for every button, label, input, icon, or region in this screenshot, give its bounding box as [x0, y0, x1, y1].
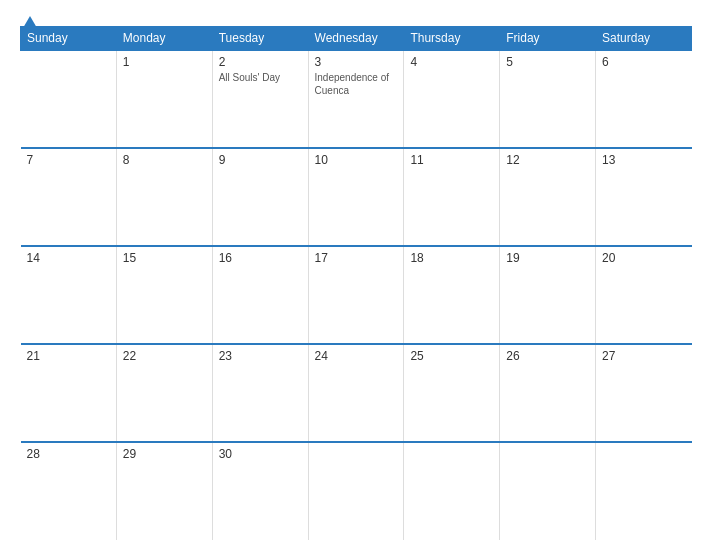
calendar-cell: 16	[212, 246, 308, 344]
calendar-cell: 12	[500, 148, 596, 246]
calendar-cell: 20	[596, 246, 692, 344]
calendar-cell: 15	[116, 246, 212, 344]
cell-date: 23	[219, 349, 302, 363]
calendar-cell	[21, 50, 117, 148]
cell-date: 12	[506, 153, 589, 167]
cell-date: 9	[219, 153, 302, 167]
cell-date: 25	[410, 349, 493, 363]
cell-date: 24	[315, 349, 398, 363]
calendar-cell	[500, 442, 596, 540]
calendar-cell: 10	[308, 148, 404, 246]
calendar-cell: 24	[308, 344, 404, 442]
cell-date: 16	[219, 251, 302, 265]
calendar-cell: 4	[404, 50, 500, 148]
cell-date: 1	[123, 55, 206, 69]
calendar-cell: 18	[404, 246, 500, 344]
cell-date: 6	[602, 55, 685, 69]
cell-date: 18	[410, 251, 493, 265]
calendar-day-header: Tuesday	[212, 27, 308, 51]
calendar-day-header: Saturday	[596, 27, 692, 51]
calendar-cell: 29	[116, 442, 212, 540]
cell-date: 26	[506, 349, 589, 363]
calendar-cell: 26	[500, 344, 596, 442]
calendar-cell: 27	[596, 344, 692, 442]
cell-date: 28	[27, 447, 110, 461]
cell-date: 11	[410, 153, 493, 167]
calendar-cell	[404, 442, 500, 540]
cell-date: 19	[506, 251, 589, 265]
calendar-week-row: 78910111213	[21, 148, 692, 246]
calendar-cell: 5	[500, 50, 596, 148]
calendar-cell: 23	[212, 344, 308, 442]
calendar-cell: 11	[404, 148, 500, 246]
cell-date: 27	[602, 349, 685, 363]
calendar-cell: 30	[212, 442, 308, 540]
cell-date: 29	[123, 447, 206, 461]
calendar-cell: 3Independence of Cuenca	[308, 50, 404, 148]
cell-date: 3	[315, 55, 398, 69]
cell-date: 2	[219, 55, 302, 69]
calendar-cell: 22	[116, 344, 212, 442]
cell-date: 10	[315, 153, 398, 167]
calendar-day-header: Sunday	[21, 27, 117, 51]
calendar-cell: 1	[116, 50, 212, 148]
calendar-day-header: Monday	[116, 27, 212, 51]
calendar-cell	[308, 442, 404, 540]
calendar-week-row: 21222324252627	[21, 344, 692, 442]
cell-date: 22	[123, 349, 206, 363]
calendar-cell: 14	[21, 246, 117, 344]
cell-event: Independence of Cuenca	[315, 71, 398, 97]
cell-date: 15	[123, 251, 206, 265]
calendar-cell: 13	[596, 148, 692, 246]
calendar-cell: 9	[212, 148, 308, 246]
calendar-week-row: 14151617181920	[21, 246, 692, 344]
calendar-week-row: 282930	[21, 442, 692, 540]
page: SundayMondayTuesdayWednesdayThursdayFrid…	[0, 0, 712, 550]
calendar-cell: 6	[596, 50, 692, 148]
calendar-cell: 17	[308, 246, 404, 344]
cell-date: 14	[27, 251, 110, 265]
calendar-header-row: SundayMondayTuesdayWednesdayThursdayFrid…	[21, 27, 692, 51]
logo-triangle-icon	[23, 16, 37, 28]
logo	[20, 16, 37, 29]
cell-event: All Souls' Day	[219, 71, 302, 84]
cell-date: 21	[27, 349, 110, 363]
cell-date: 30	[219, 447, 302, 461]
calendar-cell: 19	[500, 246, 596, 344]
cell-date: 5	[506, 55, 589, 69]
calendar-cell: 7	[21, 148, 117, 246]
calendar-cell	[596, 442, 692, 540]
cell-date: 7	[27, 153, 110, 167]
cell-date: 13	[602, 153, 685, 167]
calendar-cell: 28	[21, 442, 117, 540]
cell-date: 4	[410, 55, 493, 69]
calendar-day-header: Thursday	[404, 27, 500, 51]
calendar-cell: 8	[116, 148, 212, 246]
logo-blue-text	[20, 16, 37, 29]
cell-date: 8	[123, 153, 206, 167]
calendar-cell: 25	[404, 344, 500, 442]
calendar-cell: 2All Souls' Day	[212, 50, 308, 148]
calendar-cell: 21	[21, 344, 117, 442]
calendar-table: SundayMondayTuesdayWednesdayThursdayFrid…	[20, 26, 692, 540]
cell-date: 20	[602, 251, 685, 265]
calendar-week-row: 12All Souls' Day3Independence of Cuenca4…	[21, 50, 692, 148]
calendar-day-header: Friday	[500, 27, 596, 51]
cell-date: 17	[315, 251, 398, 265]
calendar-day-header: Wednesday	[308, 27, 404, 51]
